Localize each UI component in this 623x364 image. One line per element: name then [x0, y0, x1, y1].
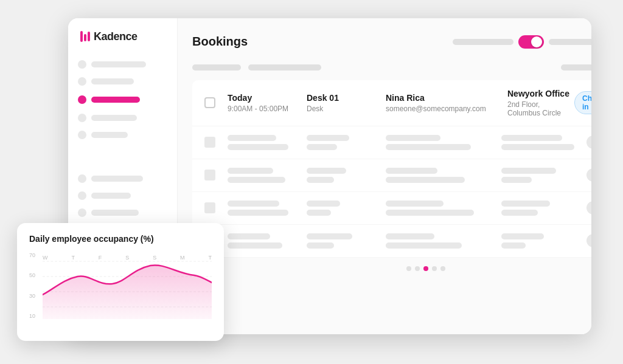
skel-1b-1 — [307, 135, 349, 141]
skel-col-3b — [307, 201, 374, 216]
page-dot-5[interactable] — [440, 266, 445, 271]
sidebar-item-7[interactable] — [78, 208, 167, 217]
skel-4c-1 — [386, 233, 434, 239]
skel-badge-2 — [586, 168, 591, 182]
booking-desk-name: Desk 01 — [307, 93, 386, 103]
table-row-skel-3 — [192, 192, 591, 225]
skel-3a-1 — [228, 201, 279, 207]
status-badge: Checked in — [574, 91, 591, 114]
table-row-skel-2 — [192, 159, 591, 192]
booking-desk-type: Desk — [307, 105, 386, 113]
table-row-skel-1 — [192, 126, 591, 159]
skel-1c-2 — [386, 144, 471, 150]
skel-2b-2 — [307, 177, 334, 183]
skel-2b-1 — [307, 168, 346, 174]
skel-2d-2 — [501, 177, 532, 183]
page-dot-4[interactable] — [432, 266, 437, 271]
booking-office-floor: 2nd Floor, Columbus Circle — [507, 100, 574, 117]
sidebar-label-4 — [91, 132, 128, 138]
sidebar-item-5[interactable] — [78, 174, 167, 183]
skel-check-2 — [204, 170, 215, 180]
logo-bar-3 — [88, 32, 90, 41]
skel-2c-1 — [386, 168, 437, 174]
pagination — [192, 258, 591, 273]
skel-1d-1 — [501, 135, 562, 141]
skel-col-3d — [501, 201, 574, 216]
sidebar-label-2 — [91, 78, 134, 84]
main-content: Bookings Today — [178, 18, 591, 334]
sidebar-label-5 — [91, 176, 143, 182]
page-title: Bookings — [192, 35, 248, 49]
skel-3b-1 — [307, 201, 340, 207]
sidebar-dot-4 — [78, 131, 86, 139]
toggle-pre-label — [453, 39, 513, 45]
chart-svg-container — [43, 252, 212, 319]
skel-col-1c — [386, 135, 489, 150]
skel-col-4c — [386, 233, 489, 249]
sidebar-dot-2 — [78, 77, 86, 86]
booking-time: 9:00AM - 05:00PM — [228, 105, 307, 113]
skel-1b-2 — [307, 144, 337, 150]
skel-3d-1 — [501, 201, 550, 207]
skel-4a-1 — [228, 233, 270, 239]
skel-col-4b — [307, 233, 374, 249]
y-label-10: 10 — [29, 313, 35, 319]
skel-col-2c — [386, 168, 489, 183]
sidebar-item-4[interactable] — [78, 131, 167, 139]
skel-1c-1 — [386, 135, 440, 141]
sidebar-dot-active — [78, 95, 86, 104]
sidebar-item-1[interactable] — [78, 60, 167, 69]
skel-3c-1 — [386, 201, 444, 207]
skel-2c-2 — [386, 177, 465, 183]
skel-col-4a — [228, 233, 294, 249]
skel-4d-1 — [501, 233, 544, 239]
booking-office-col: Newyork Office 2nd Floor, Columbus Circl… — [507, 89, 574, 117]
sidebar-item-3[interactable] — [78, 114, 167, 122]
logo-bar-2 — [84, 34, 86, 41]
skel-col-1a — [228, 135, 294, 150]
logo: Kadence — [78, 30, 167, 43]
chart-card: Daily employee occupancy (%) 70 50 30 10 — [17, 223, 224, 341]
filter-row — [192, 64, 591, 70]
skel-2a-2 — [228, 177, 285, 183]
skel-check-1 — [204, 137, 215, 148]
chart-y-axis: 70 50 30 10 — [29, 252, 35, 319]
skel-col-3a — [228, 201, 294, 216]
logo-icon — [80, 31, 90, 42]
top-bar: Bookings — [192, 32, 591, 52]
skel-3b-2 — [307, 210, 331, 216]
skel-1a-1 — [228, 135, 276, 141]
booking-row-highlighted[interactable]: Today 9:00AM - 05:00PM Desk 01 Desk Nina… — [192, 80, 591, 126]
skel-badge-1 — [586, 136, 591, 149]
skel-4b-1 — [307, 233, 352, 239]
sidebar-label-6 — [91, 193, 131, 199]
booking-person-email: someone@somecompany.com — [386, 105, 507, 113]
skel-2a-1 — [228, 168, 273, 174]
bookings-table: Today 9:00AM - 05:00PM Desk 01 Desk Nina… — [192, 80, 591, 258]
y-label-50: 50 — [29, 272, 35, 278]
logo-text: Kadence — [94, 30, 137, 43]
sidebar-item-6[interactable] — [78, 191, 167, 200]
booking-checkbox[interactable] — [204, 97, 215, 108]
filter-3 — [561, 64, 591, 70]
skel-4d-2 — [501, 242, 526, 249]
skel-badge-4 — [586, 234, 591, 247]
sidebar-item-active[interactable] — [78, 95, 167, 104]
skel-badge-3 — [586, 201, 591, 215]
filter-2 — [248, 64, 321, 70]
skel-col-2b — [307, 168, 374, 183]
sidebar-dot-5 — [78, 174, 86, 183]
page-dot-1[interactable] — [406, 266, 411, 271]
sidebar-item-2[interactable] — [78, 77, 167, 86]
toggle-group — [453, 35, 591, 49]
sidebar-dot-7 — [78, 208, 86, 217]
skel-1d-2 — [501, 144, 574, 150]
sidebar-dot-1 — [78, 60, 86, 69]
page-dot-2[interactable] — [415, 266, 420, 271]
booking-date-col: Today 9:00AM - 05:00PM — [228, 93, 307, 113]
logo-bar-1 — [80, 31, 83, 42]
sidebar-label-7 — [91, 210, 139, 216]
page-dot-3-active[interactable] — [423, 266, 428, 271]
booking-status-col: Checked in ↻ — [574, 91, 591, 114]
toggle-switch[interactable] — [518, 35, 544, 49]
